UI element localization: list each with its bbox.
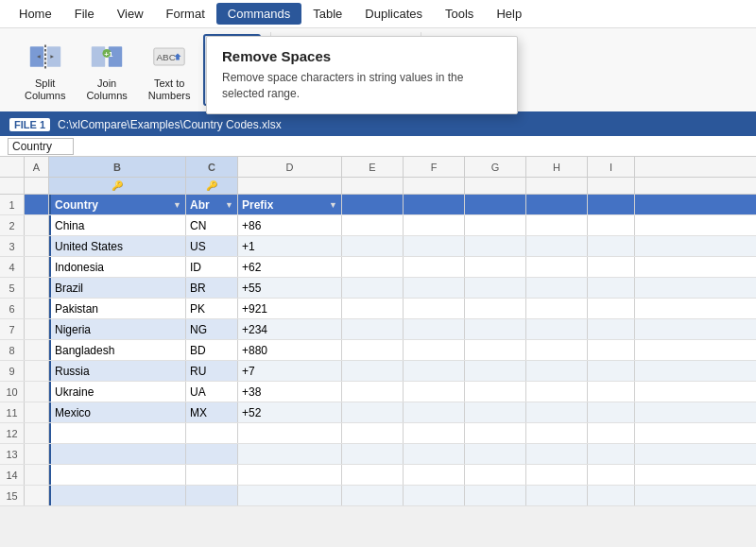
cell-b[interactable] [49,465,186,485]
cell-i[interactable] [588,257,635,277]
cell-d[interactable] [238,423,342,443]
cell-f[interactable] [404,340,465,360]
cell-i[interactable] [588,299,635,318]
cell-e[interactable] [342,382,404,402]
cell-b[interactable]: Ukraine [49,382,186,402]
join-columns-button[interactable]: +1 JoinColumns [78,34,134,106]
cell-c[interactable]: Abr ▼ [186,195,238,214]
cell-e[interactable] [342,319,404,339]
cell-a[interactable] [25,257,49,277]
cell-h[interactable] [526,278,588,298]
cell-d[interactable] [238,444,342,464]
cell-d[interactable]: +52 [238,402,342,422]
text-to-numbers-button[interactable]: ABC Text toNumbers [141,34,198,106]
cell-a[interactable] [25,215,49,235]
cell-a[interactable] [25,423,49,443]
cell-f[interactable] [404,215,465,235]
cell-g[interactable] [465,278,526,298]
cell-b[interactable]: United States [49,236,186,256]
menubar-item-tools[interactable]: Tools [434,3,485,25]
cell-a[interactable] [25,361,49,381]
cell-e[interactable] [342,340,404,360]
cell-g[interactable] [465,486,526,505]
cell-f[interactable] [404,361,465,381]
cell-h[interactable] [526,402,588,422]
cell-g[interactable] [465,257,526,277]
cell-f[interactable] [404,257,465,277]
cell-a[interactable] [25,319,49,339]
cell-e[interactable] [342,215,404,235]
cell-i[interactable] [588,195,635,214]
cell-b[interactable]: Indonesia [49,257,186,277]
cell-g[interactable] [465,382,526,402]
cell-i[interactable] [588,382,635,402]
cell-e[interactable] [342,465,404,485]
cell-d[interactable]: +38 [238,382,342,402]
cell-e[interactable] [342,236,404,256]
menubar-item-help[interactable]: Help [485,3,533,25]
cell-i[interactable] [588,340,635,360]
cell-h[interactable] [526,299,588,318]
cell-f[interactable] [404,402,465,422]
cell-b[interactable] [49,423,186,443]
cell-c[interactable]: US [186,236,238,256]
cell-i[interactable] [588,486,635,505]
cell-h[interactable] [526,423,588,443]
cell-i[interactable] [588,319,635,339]
cell-i[interactable] [588,361,635,381]
cell-f[interactable] [404,236,465,256]
cell-c[interactable]: RU [186,361,238,381]
cell-a[interactable] [25,299,49,318]
cell-f[interactable] [404,465,465,485]
cell-a[interactable] [25,486,49,505]
menubar-item-view[interactable]: View [106,3,155,25]
cell-h[interactable] [526,195,588,214]
cell-d[interactable]: +1 [238,236,342,256]
cell-e[interactable] [342,299,404,318]
cell-f[interactable] [404,382,465,402]
cell-c[interactable]: ID [186,257,238,277]
cell-h[interactable] [526,215,588,235]
cell-d[interactable]: +86 [238,215,342,235]
cell-i[interactable] [588,423,635,443]
cell-a[interactable] [25,278,49,298]
cell-d[interactable]: +880 [238,340,342,360]
cell-i[interactable] [588,465,635,485]
cell-f[interactable] [404,278,465,298]
cell-d[interactable]: +55 [238,278,342,298]
cell-i[interactable] [588,215,635,235]
cell-c[interactable]: PK [186,299,238,318]
cell-g[interactable] [465,236,526,256]
cell-a[interactable] [25,465,49,485]
cell-c[interactable] [186,465,238,485]
cell-e[interactable] [342,195,404,214]
cell-a[interactable] [25,340,49,360]
split-columns-button[interactable]: SplitColumns [17,34,73,106]
cell-h[interactable] [526,382,588,402]
cell-b[interactable]: China [49,215,186,235]
cell-d[interactable]: +62 [238,257,342,277]
cell-a[interactable] [25,382,49,402]
cell-c[interactable]: BD [186,340,238,360]
cell-h[interactable] [526,236,588,256]
menubar-item-home[interactable]: Home [8,3,63,25]
cell-d[interactable]: Prefix ▼ [238,195,342,214]
cell-c[interactable]: BR [186,278,238,298]
cell-i[interactable] [588,236,635,256]
menubar-item-commands[interactable]: Commands [216,3,301,25]
cell-g[interactable] [465,319,526,339]
cell-d[interactable]: +7 [238,361,342,381]
cell-g[interactable] [465,215,526,235]
cell-c[interactable] [186,444,238,464]
cell-a[interactable] [25,444,49,464]
cell-h[interactable] [526,257,588,277]
cell-h[interactable] [526,444,588,464]
cell-e[interactable] [342,278,404,298]
cell-a[interactable] [25,195,49,214]
cell-g[interactable] [465,340,526,360]
cell-g[interactable] [465,299,526,318]
cell-f[interactable] [404,486,465,505]
cell-e[interactable] [342,444,404,464]
cell-b[interactable] [49,486,186,505]
cell-i[interactable] [588,402,635,422]
